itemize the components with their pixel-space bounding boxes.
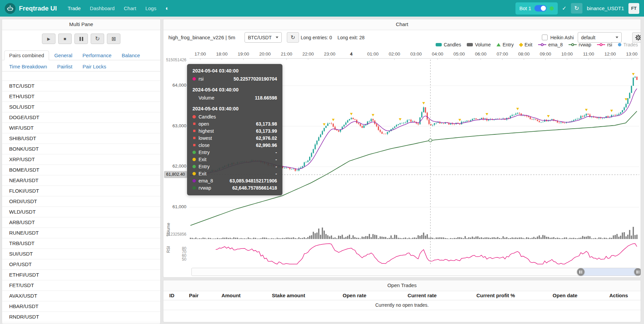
pair-list-item[interactable]: SOL/USDT [2, 102, 160, 112]
column-header-current-rate[interactable]: Current rate [387, 293, 458, 298]
pair-list-item[interactable]: RUNE/USDT [2, 228, 160, 238]
pair-list-item[interactable]: SUI/USDT [2, 249, 160, 259]
tooltip-value: - [275, 171, 277, 176]
pair-list-item[interactable]: WLD/USDT [2, 207, 160, 217]
pair-list-item[interactable]: FET/USDT [2, 280, 160, 291]
legend-entry[interactable]: Entry [497, 42, 514, 47]
pair-list-item[interactable]: BOME/USDT [2, 165, 160, 175]
pair-list-item[interactable]: HBAR/USDT [2, 301, 160, 312]
pair-list-item[interactable]: ORDI/USDT [2, 196, 160, 207]
tab-performance[interactable]: Performance [77, 50, 117, 60]
bot-control-forceexit-button[interactable]: ⊠ [107, 34, 120, 44]
tooltip-row: Entry- [192, 149, 277, 156]
tab-time-breakdown[interactable]: Time Breakdown [4, 62, 52, 71]
legend-rvwap[interactable]: rvwap [569, 42, 591, 47]
datazoom-selection[interactable] [581, 268, 638, 276]
bot-control-reload-button[interactable]: ↻ [91, 34, 104, 44]
datazoom-right-handle[interactable] [634, 268, 641, 276]
datazoom-left-handle[interactable] [577, 268, 584, 276]
pair-list-item[interactable]: RNDR/USDT [2, 312, 160, 322]
theme-toggle-icon[interactable]: ◐ [165, 5, 169, 11]
bot-control-pause-button[interactable] [74, 34, 88, 44]
bot-control-stop-button[interactable]: ■ [58, 34, 72, 44]
legend-exit[interactable]: Exit [520, 42, 532, 47]
bot-toggle[interactable] [534, 5, 547, 12]
rvwap-legend-icon [569, 43, 577, 46]
pair-list-item[interactable]: ETHFI/USDT [2, 270, 160, 280]
tab-pairlist[interactable]: Pairlist [52, 62, 77, 71]
chevron-down-icon [276, 37, 278, 38]
long-entries-label: Long entries: 0 [301, 35, 332, 40]
pair-list-item[interactable]: WIF/USDT [2, 123, 160, 133]
tooltip-section: 2024-05-04 03:40:00rsi50.22577020190704 [192, 68, 277, 82]
nav-link-chart[interactable]: Chart [124, 5, 136, 11]
plot-config-value: default [581, 35, 595, 40]
open-trades-header-row: IDPairAmountStake amountOpen rateCurrent… [163, 291, 641, 300]
tooltip-row: close62,990.96 [192, 142, 277, 149]
tooltip-value: 62,990.96 [256, 143, 277, 148]
tooltip-marker [192, 96, 196, 100]
datazoom-slider[interactable] [191, 268, 638, 276]
column-header-pair[interactable]: Pair [180, 293, 207, 298]
tab-pair-locks[interactable]: Pair Locks [77, 62, 111, 71]
pair-list-item[interactable]: TRB/USDT [2, 238, 160, 249]
x-tick-label: 01:00 [363, 51, 383, 57]
open-trades-title: Open Trades [163, 280, 641, 291]
exit-legend-icon [519, 43, 523, 47]
pair-list-item[interactable]: BTC/USDT [2, 81, 160, 91]
legend-trades[interactable]: Trades [618, 42, 638, 47]
legend-volume[interactable]: Volume [467, 42, 491, 47]
column-header-id[interactable]: ID [163, 293, 180, 298]
pair-select[interactable]: BTC/USDT [245, 32, 282, 43]
bot-control-play-button[interactable]: ▶ [42, 34, 55, 44]
bot-online-indicator [550, 6, 554, 10]
avatar[interactable]: FT [628, 3, 639, 14]
legend-rsi[interactable]: rsi [597, 42, 612, 47]
pair-list-item[interactable]: FLOKI/USDT [2, 186, 160, 196]
tab-pairs-combined[interactable]: Pairs combined [4, 50, 49, 60]
column-header-actions[interactable]: Actions [596, 293, 641, 298]
tooltip-value: - [275, 150, 277, 155]
nav-link-logs[interactable]: Logs [145, 5, 157, 11]
heikin-ashi-checkbox[interactable] [542, 35, 548, 40]
refresh-chart-button[interactable]: ↻ [287, 32, 299, 43]
reload-bot-button[interactable]: ↻ [571, 3, 582, 14]
pair-list-item[interactable]: DOGE/USDT [2, 112, 160, 123]
chart-panel: Chart high_frog_binance_v226 | 5m BTC/US… [163, 19, 641, 278]
chart-panel-title: Chart [163, 19, 641, 30]
x-tick-label: 23:00 [320, 51, 340, 57]
ema-8-legend-icon [538, 43, 546, 46]
pair-list-item[interactable]: NEAR/USDT [2, 175, 160, 186]
tooltip-value: - [275, 157, 277, 162]
column-header-amount[interactable]: Amount [207, 293, 255, 298]
bot-selector[interactable]: Bot 1 [515, 2, 558, 15]
legend-ema-8[interactable]: ema_8 [538, 42, 563, 47]
column-header-open-rate[interactable]: Open rate [322, 293, 387, 298]
x-tick-label: 13:00 [622, 51, 641, 57]
multi-pane-tabs-row1: Pairs combinedGeneralPerformanceBalance [2, 49, 160, 60]
tooltip-row: Entry- [192, 163, 277, 170]
tooltip-label: highest [199, 128, 214, 134]
tooltip-marker [192, 158, 196, 161]
tooltip-marker [193, 137, 196, 139]
pair-list-item[interactable]: ETH/USDT [2, 91, 160, 102]
chevron-down-icon [616, 37, 618, 38]
nav-link-dashboard[interactable]: Dashboard [90, 5, 115, 11]
legend-label: Trades [623, 42, 638, 47]
column-header-stake-amount[interactable]: Stake amount [255, 293, 322, 298]
legend-candles[interactable]: Candles [436, 42, 461, 47]
tab-balance[interactable]: Balance [117, 50, 145, 60]
tooltip-label: Entry [199, 150, 210, 155]
pair-list-item[interactable]: BONK/USDT [2, 144, 160, 154]
legend-label: Entry [503, 42, 514, 47]
pair-list-item[interactable]: ARB/USDT [2, 217, 160, 228]
pair-list-item[interactable]: AR/USDT [2, 322, 160, 324]
column-header-current-profit-[interactable]: Current profit % [458, 293, 534, 298]
column-header-open-date[interactable]: Open date [534, 293, 596, 298]
pair-list-item[interactable]: AVAX/USDT [2, 291, 160, 301]
pair-list-item[interactable]: XRP/USDT [2, 154, 160, 165]
tab-general[interactable]: General [49, 50, 77, 60]
pair-list-item[interactable]: OP/USDT [2, 259, 160, 270]
pair-list-item[interactable]: SHIB/USDT [2, 133, 160, 144]
nav-link-trade[interactable]: Trade [68, 5, 81, 11]
